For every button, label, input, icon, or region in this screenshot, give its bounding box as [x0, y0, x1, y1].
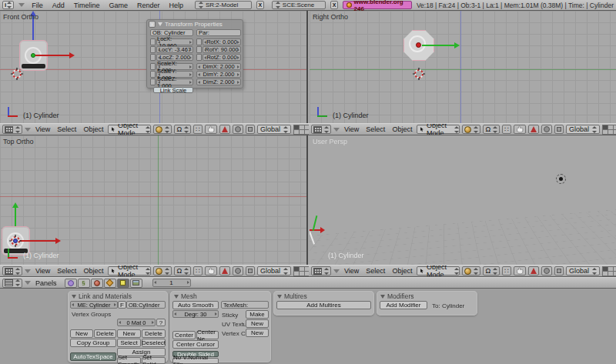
panel-close-button[interactable]: X: [149, 21, 156, 28]
mesh-panel[interactable]: Mesh Auto Smooth Degr: 30 TexMesh: Stick…: [170, 291, 271, 362]
object-buttons-tab[interactable]: [104, 279, 116, 288]
viewport-header-right[interactable]: View Select Object Object Mode Ω ∷ Globa…: [309, 123, 616, 135]
panel-collapse-icon[interactable]: [174, 295, 179, 299]
rotz-field[interactable]: RotZ: 0.000: [203, 54, 241, 61]
logic-buttons-tab[interactable]: [65, 279, 77, 288]
manipulator-scale-button[interactable]: [233, 266, 243, 276]
collapse-menus-icon[interactable]: [25, 281, 31, 285]
pivot-dropdown[interactable]: Ω: [483, 125, 500, 134]
manipulator-translate-button[interactable]: [205, 266, 217, 276]
layer-toggle[interactable]: [300, 130, 304, 134]
degr-field[interactable]: Degr: 30: [172, 310, 219, 318]
rotx-field[interactable]: RotX: 0.000: [203, 38, 241, 45]
viewport-header-top[interactable]: View Select Object Object Mode Ω ∷ Globa…: [0, 265, 309, 277]
modifiers-panel[interactable]: Modifiers Add Modifier To: Cylinder: [377, 291, 477, 316]
locy-field[interactable]: LocY: -3.467: [156, 46, 193, 53]
manipulator-toggle-button[interactable]: [554, 125, 564, 134]
screen-close-button[interactable]: X: [256, 1, 264, 9]
viewport-top-ortho[interactable]: Top Ortho (1) Cylinder: [0, 135, 308, 265]
lock-icon[interactable]: [196, 46, 202, 53]
collapse-menus-icon[interactable]: [333, 269, 340, 273]
layer-toggle[interactable]: [294, 130, 299, 134]
snap-button[interactable]: ∷: [193, 125, 203, 134]
layer-toggle[interactable]: [603, 125, 608, 129]
editing-buttons-tab[interactable]: [117, 279, 129, 288]
menu-object[interactable]: Object: [81, 267, 105, 275]
3d-cursor[interactable]: [413, 68, 425, 80]
snap-button[interactable]: ∷: [502, 125, 511, 134]
layer-toggle[interactable]: [603, 272, 608, 276]
menu-add[interactable]: Add: [50, 2, 67, 9]
manipulator-rotate-button[interactable]: [528, 266, 539, 276]
buttons-window-header[interactable]: Panels § 1: [0, 277, 616, 289]
add-modifier-button[interactable]: Add Modifier: [380, 301, 427, 309]
layer-toggle[interactable]: [294, 267, 299, 271]
material-delete-button[interactable]: Delete: [142, 329, 166, 338]
roty-field[interactable]: RotY: 90.000: [203, 46, 241, 53]
pivot-dropdown[interactable]: Ω: [483, 266, 500, 276]
frame-number-field[interactable]: 1: [152, 279, 191, 287]
collapse-menus-icon[interactable]: [25, 269, 31, 273]
draw-type-dropdown[interactable]: [153, 266, 172, 276]
pivot-dropdown[interactable]: Ω: [174, 266, 191, 276]
snap-button[interactable]: ∷: [193, 266, 203, 276]
draw-type-dropdown[interactable]: [153, 125, 172, 134]
viewport-header-front[interactable]: View Select Object Object Mode Ω ∷ Globa…: [0, 123, 309, 135]
multires-panel[interactable]: Multires Add Multires: [273, 291, 374, 316]
menu-select[interactable]: Select: [55, 125, 79, 133]
layer-toggle[interactable]: [300, 267, 304, 271]
orientation-dropdown[interactable]: Global: [257, 266, 291, 276]
layer-toggle[interactable]: [300, 272, 304, 276]
menu-view[interactable]: View: [342, 125, 361, 133]
menu-file[interactable]: File: [29, 2, 45, 9]
layer-toggle[interactable]: [608, 125, 613, 129]
mode-dropdown[interactable]: Object Mode: [108, 125, 151, 134]
menu-object[interactable]: Object: [390, 267, 414, 275]
add-multires-button[interactable]: Add Multires: [276, 301, 371, 309]
viewport-user-persp[interactable]: User Persp (1) Cylinder: [310, 135, 616, 265]
menu-view[interactable]: View: [342, 267, 361, 275]
menu-view[interactable]: View: [33, 125, 52, 133]
manipulator-y-arrow[interactable]: [422, 45, 454, 46]
panel-collapse-icon[interactable]: [158, 22, 162, 26]
menu-help[interactable]: Help: [167, 2, 186, 9]
collapse-menus-icon[interactable]: [333, 128, 340, 132]
lock-icon[interactable]: [150, 38, 156, 45]
layer-toggle[interactable]: [608, 272, 613, 276]
center-button[interactable]: Center: [172, 331, 196, 339]
editor-type-button[interactable]: [2, 266, 22, 276]
mode-dropdown[interactable]: Object Mode: [417, 266, 460, 276]
mesh-datablock-field[interactable]: ME: Cylinder: [70, 301, 118, 309]
manipulator-translate-button[interactable]: [514, 125, 526, 134]
sticky-make-button[interactable]: Make: [246, 310, 269, 319]
manipulator-scale-button[interactable]: [233, 125, 243, 134]
snap-button[interactable]: ∷: [502, 266, 511, 276]
copy-group-button[interactable]: Copy Group: [70, 339, 116, 347]
draw-type-dropdown[interactable]: [462, 266, 480, 276]
lock-icon[interactable]: [196, 54, 202, 61]
uv-texture-new-button[interactable]: New: [246, 319, 269, 328]
manipulator-x-arrow[interactable]: [35, 55, 69, 56]
scene-buttons-tab[interactable]: [130, 279, 142, 288]
layer-toggle[interactable]: [603, 130, 608, 134]
shading-buttons-tab[interactable]: [91, 279, 103, 288]
collapse-menus-icon[interactable]: [25, 128, 31, 132]
material-index-field[interactable]: 0 Mat 0: [117, 319, 156, 326]
layer-toggle[interactable]: [294, 125, 299, 129]
center-new-button[interactable]: Center Ne: [196, 331, 219, 339]
lock-icon[interactable]: [150, 46, 156, 53]
set-smooth-button[interactable]: Set Smooth: [117, 357, 141, 364]
editor-type-button[interactable]: [2, 125, 22, 134]
select-button[interactable]: Select: [117, 339, 141, 347]
menu-object[interactable]: Object: [390, 125, 414, 133]
menu-render[interactable]: Render: [135, 2, 162, 9]
center-cursor-button[interactable]: Center Cursor: [172, 340, 219, 349]
screen-selector[interactable]: SR:2-Model: [195, 1, 252, 9]
layer-toggle[interactable]: [300, 125, 304, 129]
draw-type-dropdown[interactable]: [462, 125, 480, 134]
parent-field[interactable]: Par:: [196, 29, 241, 36]
manipulator-toggle-button[interactable]: [246, 266, 255, 276]
transform-properties-panel[interactable]: X Transform Properties OB: Cylinder Par:…: [146, 19, 243, 88]
menu-select[interactable]: Select: [55, 267, 79, 275]
scalez-field[interactable]: ScaleZ: 1.000: [156, 78, 193, 85]
